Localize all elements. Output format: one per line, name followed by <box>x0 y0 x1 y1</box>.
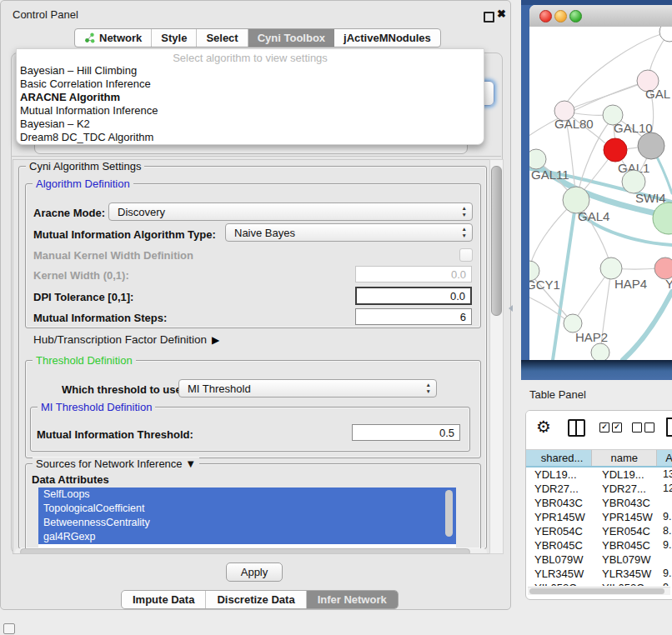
algorithm-option[interactable]: Bayesian – K2 <box>20 118 480 131</box>
combo-stepper-icon: ▲▼ <box>462 226 467 239</box>
table-cell: 8. <box>660 524 672 538</box>
gear-icon[interactable]: ⚙ <box>536 418 551 436</box>
table-cell: YIL052C <box>526 581 594 586</box>
maximize-icon[interactable] <box>484 12 494 22</box>
table-cell: YDR27... <box>526 482 594 496</box>
algorithm-option[interactable]: Mutual Information Inference <box>20 104 480 118</box>
table-row[interactable]: YPR145WYPR145W9. <box>526 510 672 524</box>
algorithm-option[interactable]: ARACNE Algorithm <box>20 91 480 104</box>
mi-type-combo[interactable]: Naive Bayes ▲▼ <box>225 223 473 242</box>
table-row[interactable]: YBR045CYBR045C9. <box>526 538 672 552</box>
algorithm-option[interactable]: Dream8 DC_TDC Algorithm <box>20 131 480 144</box>
zoom-traffic-light[interactable] <box>569 10 582 22</box>
dpi-tolerance-field[interactable]: 0.0 <box>355 287 472 305</box>
table-cell: YBR043C <box>526 496 594 510</box>
table-horizontal-scrollbar <box>528 587 670 595</box>
data-attribute-item[interactable]: SelfLoops <box>38 488 456 502</box>
collapse-down-icon[interactable]: ▼ <box>185 458 196 470</box>
algorithm-definition-title: Algorithm Definition <box>33 178 133 190</box>
table-row[interactable]: YBR043CYBR043C <box>526 496 672 510</box>
minimize-traffic-light[interactable] <box>554 10 567 22</box>
mi-type-label: Mutual Information Algorithm Type: <box>33 228 216 241</box>
table-row[interactable]: YBL079WYBL079W <box>526 552 672 567</box>
tab-impute-data[interactable]: Impute Data <box>122 591 206 608</box>
algorithm-dropdown-list: Bayesian – Hill ClimbingBasic Correlatio… <box>20 64 480 144</box>
algorithm-dropdown: Select algorithm to view settings Bayesi… <box>16 48 484 145</box>
mi-threshold-label: Mutual Information Threshold: <box>37 428 193 441</box>
table-cell: YBR045C <box>526 538 594 552</box>
data-attribute-item[interactable]: TopologicalCoefficient <box>38 502 456 516</box>
table-row[interactable]: YDR27...YDR27...12 <box>526 482 672 496</box>
top-tab-bar: NetworkStyleSelectCyni ToolboxjActiveMNo… <box>74 28 441 48</box>
network-node[interactable] <box>638 132 664 159</box>
column-header[interactable]: A <box>657 450 672 466</box>
tab-discretize-data[interactable]: Discretize Data <box>206 591 306 608</box>
tab-style[interactable]: Style <box>152 29 197 47</box>
close-traffic-light[interactable] <box>539 10 552 22</box>
checked-checkbox-icon[interactable]: ✓ <box>612 422 622 432</box>
network-tab-icon <box>84 32 95 43</box>
table-row[interactable]: YIL052CYIL052C9 <box>526 581 672 586</box>
kernel-width-field: 0.0 <box>355 266 472 282</box>
table-row[interactable]: YLR345WYLR345W9. <box>526 567 672 581</box>
table-cell: YLR345W <box>526 567 594 581</box>
algorithm-option[interactable]: Bayesian – Hill Climbing <box>20 64 480 78</box>
mi-threshold-field[interactable]: 0.5 <box>352 424 460 441</box>
table-scrollbar-thumb[interactable] <box>529 588 664 594</box>
network-node-gal11[interactable] <box>529 149 546 169</box>
network-node-label: SWI4 <box>635 191 666 205</box>
hub-definition-expander[interactable]: Hub/Transcription Factor Definition▶ <box>33 333 219 346</box>
apply-button[interactable]: Apply <box>226 562 283 582</box>
checked-checkbox-icon[interactable]: ✓ <box>599 422 609 432</box>
tab-label: Style <box>161 32 187 44</box>
which-threshold-value: MI Threshold <box>188 382 251 395</box>
tab-cyni-toolbox[interactable]: Cyni Toolbox <box>248 29 334 47</box>
panel-splitter-collapse-button[interactable] <box>509 305 513 312</box>
network-window-titlebar[interactable] <box>529 5 672 28</box>
horizontal-scrollbar-thumb[interactable] <box>20 548 470 554</box>
settings-horizontal-scrollbar <box>15 548 487 554</box>
column-header[interactable]: shared... <box>526 450 592 466</box>
network-node[interactable] <box>659 27 672 42</box>
network-view-window: GALGAL80GAL10GAL1GAL11SWI4GAL4GCY1HAP4YH… <box>521 0 672 380</box>
table-cell: YIL052C <box>594 581 660 586</box>
mi-steps-field[interactable]: 6 <box>355 308 472 325</box>
tab-jactivemnodules[interactable]: jActiveMNodules <box>334 29 440 47</box>
network-node[interactable] <box>653 202 672 234</box>
manual-kernel-checkbox <box>459 248 473 262</box>
data-attribute-item[interactable]: BetweennessCentrality <box>38 516 456 530</box>
network-node-gal1[interactable] <box>604 138 627 162</box>
network-node-label: GAL80 <box>554 117 594 131</box>
network-canvas[interactable]: GALGAL80GAL10GAL1GAL11SWI4GAL4GCY1HAP4YH… <box>529 27 672 360</box>
table-cell: YBR043C <box>594 496 660 510</box>
data-attribute-item[interactable]: gal4RGexp <box>38 530 456 544</box>
table-cell: 9. <box>660 510 672 524</box>
table-cell: YDL19... <box>594 468 660 482</box>
sources-title: Sources for Network Inference ▼ <box>33 458 199 470</box>
column-header[interactable]: name <box>592 450 657 466</box>
network-node[interactable] <box>591 343 609 360</box>
network-node-label: HAP4 <box>614 277 647 291</box>
network-edge[interactable] <box>623 292 672 360</box>
close-icon[interactable]: ✖ <box>497 8 506 20</box>
combo-stepper-icon: ▲▼ <box>426 382 431 395</box>
table-row[interactable]: YDL19...YDL19...13 <box>526 468 672 482</box>
table-cell: 9 <box>660 581 672 586</box>
tab-select[interactable]: Select <box>197 29 248 47</box>
new-table-icon[interactable] <box>666 418 672 437</box>
table-row[interactable]: YER054CYER054C8. <box>526 524 672 538</box>
table-cell: YDR27... <box>594 482 660 496</box>
unchecked-checkbox-icon[interactable] <box>644 422 654 432</box>
network-node-swi4[interactable] <box>622 170 645 193</box>
vertical-scrollbar-thumb[interactable] <box>491 166 502 316</box>
aracne-mode-combo[interactable]: Discovery ▲▼ <box>108 202 473 221</box>
unchecked-checkbox-icon[interactable] <box>632 422 642 432</box>
columns-icon[interactable] <box>568 419 585 437</box>
which-threshold-label: Which threshold to use: <box>62 383 185 396</box>
tab-infer-network[interactable]: Infer Network <box>307 591 398 608</box>
minimized-panel-icon[interactable] <box>3 623 15 634</box>
which-threshold-combo[interactable]: MI Threshold ▲▼ <box>178 379 437 398</box>
algorithm-option[interactable]: Basic Correlation Inference <box>20 78 480 91</box>
tab-network[interactable]: Network <box>75 29 152 47</box>
list-scrollbar-thumb[interactable] <box>445 490 453 537</box>
